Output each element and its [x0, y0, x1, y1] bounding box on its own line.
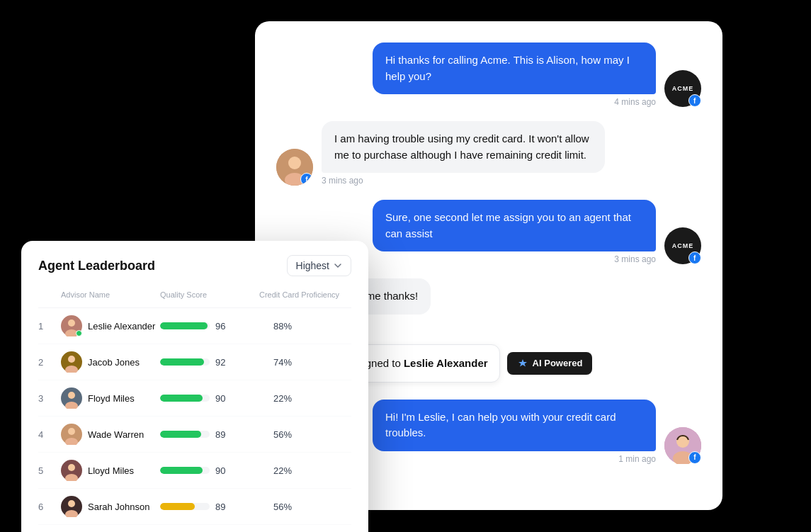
advisor-name: Leslie Alexander: [88, 321, 155, 332]
score-bar-fill: [160, 467, 203, 474]
advisor-col-header: Advisor Name: [61, 288, 160, 302]
advisor-info: Sarah Johnson: [61, 496, 160, 517]
advisor-avatar-svg: [61, 496, 82, 517]
acme-avatar: ACME f: [664, 227, 701, 264]
leaderboard-row: 6 Sarah Johnson 89 56%: [38, 489, 351, 525]
proficiency-value: 22%: [259, 393, 351, 404]
message-bubble-wrap: Hi! I'm Leslie, I can help you with your…: [373, 400, 656, 464]
leaderboard-panel: Agent Leaderboard Highest Advisor Name Q…: [21, 241, 368, 532]
message-timestamp: 4 mins ago: [614, 97, 656, 107]
message-bubble-wrap: Hi thanks for calling Acme. This is Alis…: [373, 43, 656, 107]
facebook-badge: f: [300, 173, 313, 186]
score-number: 92: [215, 357, 225, 368]
facebook-badge: f: [688, 94, 701, 107]
message-row: ACME f Hi thanks for calling Acme. This …: [276, 43, 701, 107]
score-bar-background: [160, 358, 210, 366]
score-bar-background: [160, 467, 210, 474]
leaderboard-row: 5 Lloyd Miles 90 22%: [38, 453, 351, 489]
leaderboard-row: 2 Jacob Jones 92 74%: [38, 344, 351, 380]
rank-number: 5: [38, 465, 61, 476]
leaderboard-columns: Advisor Name Quality Score Credit Card P…: [38, 288, 351, 308]
acme-avatar: ACME f: [664, 70, 701, 107]
score-number: 90: [215, 465, 225, 476]
score-bar-wrap: 89: [160, 429, 259, 440]
ai-powered-badge: AI Powered: [507, 352, 593, 375]
score-number: 89: [215, 429, 225, 440]
message-bubble-wrap: Sure, one second let me assign you to an…: [373, 200, 656, 264]
message-bubble-wrap: I am having trouble using my credit card…: [322, 121, 605, 186]
sort-dropdown[interactable]: Highest: [287, 255, 351, 276]
message-row: f I am having trouble using my credit ca…: [276, 121, 701, 186]
score-bar-wrap: 90: [160, 393, 259, 404]
rank-number: 4: [38, 429, 61, 440]
message-timestamp: 1 min ago: [618, 454, 656, 464]
leaderboard-row: 4 Wade Warren 89 56%: [38, 417, 351, 453]
score-bar-wrap: 90: [160, 465, 259, 476]
rank-number: 3: [38, 393, 61, 404]
advisor-name: Sarah Johnson: [88, 502, 149, 512]
proficiency-value: 56%: [259, 429, 351, 440]
user-avatar: f: [276, 149, 313, 186]
agent-message-bubble: Sure, one second let me assign you to an…: [373, 200, 656, 251]
message-timestamp: 3 mins ago: [614, 254, 656, 264]
leslie-avatar: f: [664, 427, 701, 464]
score-bar-fill: [160, 358, 204, 366]
advisor-avatar-svg: [61, 387, 82, 409]
score-bar-wrap: 89: [160, 502, 259, 512]
leaderboard-title: Agent Leaderboard: [38, 259, 155, 273]
score-bar-background: [160, 431, 210, 438]
proficiency-value: 22%: [259, 465, 351, 476]
svg-point-25: [68, 500, 75, 507]
advisor-info: Lloyd Miles: [61, 460, 160, 481]
advisor-info: Wade Warren: [61, 424, 160, 445]
score-bar-background: [160, 503, 210, 510]
ai-badge-label: AI Powered: [533, 358, 583, 368]
leaderboard-row: 3 Floyd Miles 90 22%: [38, 380, 351, 417]
leaderboard-header: Agent Leaderboard Highest: [38, 255, 351, 276]
svg-point-10: [68, 319, 75, 327]
chevron-down-icon: [334, 261, 342, 270]
advisor-avatar-svg: [61, 460, 82, 481]
advisor-avatar: [61, 351, 82, 373]
score-bar-fill: [160, 395, 203, 402]
advisor-info: Leslie Alexander: [61, 315, 160, 336]
score-bar-wrap: 96: [160, 321, 259, 332]
agent-message-bubble: Hi! I'm Leslie, I can help you with your…: [373, 400, 656, 451]
rank-number: 1: [38, 321, 61, 332]
advisor-avatar: [61, 460, 82, 481]
agent-message-bubble: Hi thanks for calling Acme. This is Alis…: [373, 43, 656, 94]
advisor-info: Jacob Jones: [61, 351, 160, 373]
user-message-bubble: I am having trouble using my credit card…: [322, 121, 605, 173]
advisor-info: Floyd Miles: [61, 387, 160, 409]
svg-point-16: [68, 392, 75, 399]
advisor-name: Jacob Jones: [88, 357, 140, 368]
sort-dropdown-label: Highest: [296, 260, 329, 271]
proficiency-value: 74%: [259, 357, 351, 368]
proficiency-value: 88%: [259, 321, 351, 332]
score-bar-fill: [160, 503, 195, 510]
advisor-avatar: [61, 424, 82, 445]
proficiency-col-header: Credit Card Proficiency: [259, 288, 351, 302]
leaderboard-rows: 1 Leslie Alexander 96 88% 2: [38, 308, 351, 532]
advisor-name: Wade Warren: [88, 429, 144, 440]
advisor-name: Floyd Miles: [88, 393, 135, 404]
proficiency-value: 56%: [259, 502, 351, 512]
score-bar-background: [160, 395, 210, 402]
leaderboard-row: 7 Cindy Williams 90 22%: [38, 525, 351, 532]
svg-point-19: [68, 428, 75, 435]
message-timestamp: 3 mins ago: [322, 176, 363, 186]
score-number: 90: [215, 393, 225, 404]
rank-number: 6: [38, 502, 61, 512]
advisor-avatar: [61, 387, 82, 409]
rank-number: 2: [38, 357, 61, 368]
ai-icon: [517, 358, 528, 369]
score-bar-wrap: 92: [160, 357, 259, 368]
advisor-avatar-svg: [61, 424, 82, 445]
advisor-avatar: [61, 315, 82, 336]
score-bar-fill: [160, 431, 201, 438]
score-number: 89: [215, 502, 225, 512]
svg-point-1: [288, 157, 301, 169]
svg-point-13: [68, 356, 75, 363]
score-bar-fill: [160, 322, 208, 329]
advisor-avatar-svg: [61, 351, 82, 373]
